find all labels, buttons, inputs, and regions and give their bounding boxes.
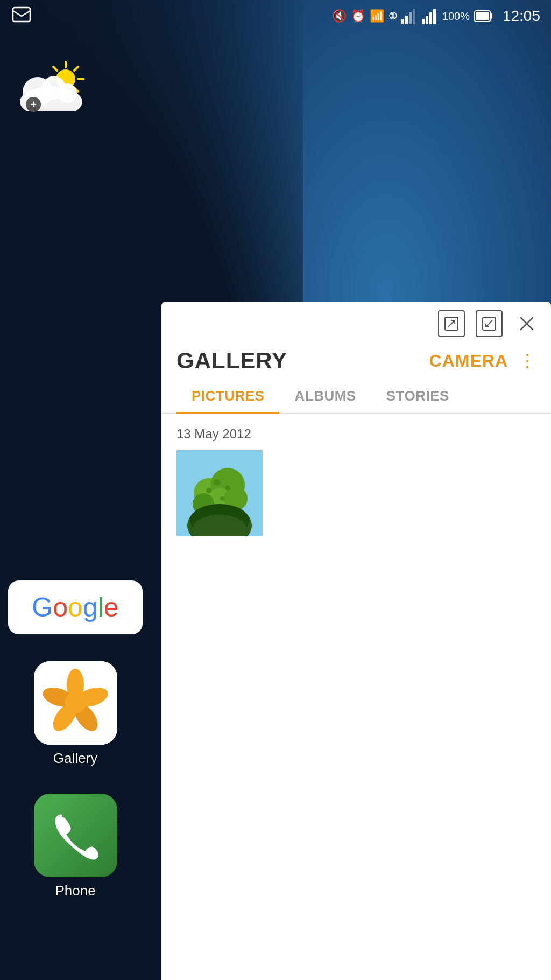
svg-point-45 (206, 488, 211, 493)
phone-app-label: Phone (55, 883, 95, 899)
svg-rect-6 (426, 16, 428, 24)
photo-thumbnail[interactable] (176, 450, 263, 536)
svg-line-33 (448, 320, 455, 327)
gallery-app-label: Gallery (53, 750, 97, 767)
add-widget-button[interactable]: + (26, 97, 41, 112)
svg-point-46 (214, 479, 220, 486)
weather-widget[interactable]: + (16, 59, 91, 113)
battery-icon (474, 9, 493, 24)
svg-rect-8 (433, 9, 436, 24)
svg-point-47 (225, 485, 230, 491)
gallery-title-row: GALLERY CAMERA ⋮ (161, 342, 551, 379)
maximize-icon (482, 316, 497, 331)
signal-icon (401, 8, 418, 24)
svg-rect-4 (413, 9, 415, 24)
close-button[interactable] (513, 310, 540, 337)
battery-percent: 100% (442, 10, 470, 23)
mute-icon: 🔇 (332, 9, 347, 23)
svg-rect-5 (422, 19, 425, 24)
status-time: 12:05 (503, 8, 540, 25)
svg-rect-3 (409, 12, 412, 24)
photo-grid (176, 450, 536, 536)
panel-header-buttons (161, 302, 551, 342)
tab-pictures[interactable]: PICTURES (176, 379, 279, 413)
svg-rect-1 (401, 19, 404, 24)
home-screen-apps: Google Gallery Ph (0, 580, 151, 899)
signal2-icon (422, 8, 438, 24)
date-section-label: 13 May 2012 (176, 426, 536, 442)
svg-rect-0 (13, 8, 30, 22)
svg-rect-7 (429, 12, 432, 24)
camera-link[interactable]: CAMERA (429, 351, 508, 371)
phone-app-icon[interactable]: Phone (34, 794, 117, 899)
svg-point-31 (65, 692, 86, 713)
maximize-button[interactable] (476, 310, 503, 337)
gallery-content: 13 May 2012 (161, 414, 551, 980)
status-icons: 🔇 ⏰ 📶 ① 100% 12:05 (332, 8, 540, 25)
sim-icon: ① (388, 10, 397, 22)
google-app-icon[interactable]: Google (8, 580, 143, 634)
phone-icon (51, 811, 100, 860)
weather-cloud: + (16, 59, 91, 113)
gallery-tabs: PICTURES ALBUMS STORIES (161, 379, 551, 414)
notification-icon (11, 4, 32, 26)
svg-point-24 (58, 83, 77, 103)
google-text: Google (32, 592, 118, 623)
gallery-title-right: CAMERA ⋮ (429, 351, 536, 371)
svg-point-48 (220, 496, 224, 501)
gallery-app-icon[interactable]: Gallery (34, 661, 117, 767)
minimize-icon (444, 316, 459, 331)
gallery-title: GALLERY (176, 348, 287, 374)
wifi-icon: 📶 (370, 9, 384, 23)
alarm-icon: ⏰ (351, 9, 365, 23)
google-logo: Google (8, 580, 143, 634)
svg-rect-11 (490, 13, 492, 19)
close-icon (519, 316, 535, 332)
gallery-flower-icon (34, 661, 117, 745)
status-bar: 🔇 ⏰ 📶 ① 100% 12:05 (0, 0, 551, 32)
photo-image (176, 450, 263, 536)
more-options-icon[interactable]: ⋮ (519, 351, 536, 371)
gallery-panel: GALLERY CAMERA ⋮ PICTURES ALBUMS STORIES… (161, 302, 551, 980)
gallery-app-logo (34, 661, 117, 745)
svg-rect-2 (405, 16, 408, 24)
svg-rect-10 (476, 12, 489, 20)
minimize-button[interactable] (438, 310, 465, 337)
tab-albums[interactable]: ALBUMS (279, 379, 371, 413)
svg-line-35 (486, 320, 492, 327)
phone-app-logo (34, 794, 117, 877)
tab-stories[interactable]: STORIES (371, 379, 464, 413)
